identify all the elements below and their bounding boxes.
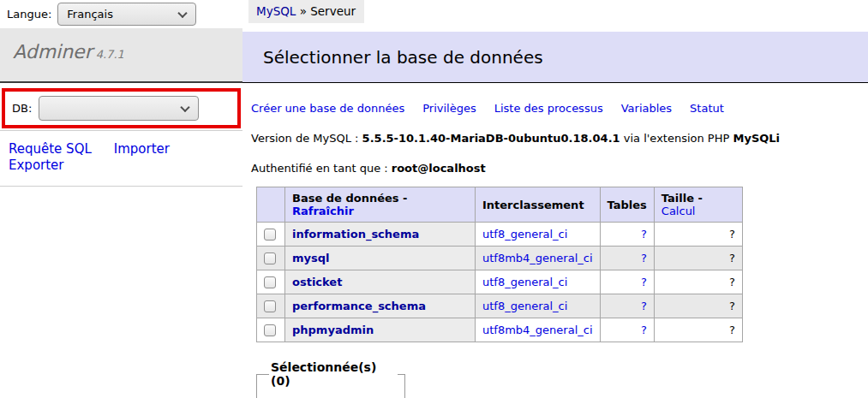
sidebar-divider	[0, 186, 242, 187]
database-name-cell: performance_schema	[285, 294, 476, 318]
collation-link[interactable]: utf8_general_ci	[482, 276, 567, 288]
db-select[interactable]	[39, 96, 199, 121]
collation-link[interactable]: utf8mb4_general_ci	[482, 324, 593, 336]
breadcrumb-current: Serveur	[310, 4, 356, 18]
collation-link[interactable]: utf8_general_ci	[482, 228, 567, 241]
page-title: Sélectionner la base de données	[263, 47, 868, 68]
tables-count-cell: ?	[600, 318, 654, 342]
tables-count-link[interactable]: ?	[641, 252, 647, 264]
mysql-version-line: Version de MySQL : 5.5.5-10.1.40-MariaDB…	[251, 132, 868, 145]
language-row: Langue: Français	[0, 0, 242, 28]
server-actions: Créer une base de donnéesPrivilègesListe…	[251, 102, 868, 115]
breadcrumb-server-link[interactable]: MySQL	[256, 4, 296, 18]
header-tables: Tables	[600, 187, 654, 223]
selected-fieldset: Sélectionnée(s) (0) Supprimer	[256, 360, 405, 398]
database-link[interactable]: information_schema	[292, 228, 419, 241]
database-row: mysql utf8mb4_general_ci ? ?	[257, 247, 743, 270]
sidebar-link-import[interactable]: Importer	[114, 141, 170, 157]
database-name-cell: information_schema	[285, 223, 476, 247]
row-checkbox-cell	[257, 294, 285, 318]
collation-cell: utf8mb4_general_ci	[476, 318, 601, 342]
database-link[interactable]: mysql	[292, 252, 330, 264]
database-link[interactable]: phpmyadmin	[292, 324, 374, 336]
tables-count-cell: ?	[600, 294, 654, 318]
db-label: DB:	[12, 102, 32, 115]
row-checkbox-cell	[257, 270, 285, 294]
sidebar-links: Requête SQLImporter Exporter	[0, 131, 242, 184]
database-link[interactable]: performance_schema	[292, 300, 426, 312]
sidebar: Langue: Français Adminer4.7.1 DB:	[0, 0, 242, 187]
language-label: Langue:	[7, 8, 51, 21]
collation-cell: utf8_general_ci	[476, 294, 601, 318]
size-cell: ?	[654, 270, 742, 294]
size-cell: ?	[654, 247, 742, 270]
adminer-logo-link[interactable]: Adminer	[13, 41, 93, 62]
collation-cell: utf8_general_ci	[476, 223, 601, 247]
database-name-cell: mysql	[285, 247, 476, 270]
row-checkbox-cell	[257, 318, 285, 342]
collation-cell: utf8mb4_general_ci	[476, 247, 601, 270]
row-checkbox-cell	[257, 247, 285, 270]
main-content: MySQL » Serveur Sélectionner la base de …	[242, 0, 868, 398]
adminer-app: Langue: Français Adminer4.7.1 DB:	[0, 0, 868, 398]
database-row: phpmyadmin utf8mb4_general_ci ? ?	[257, 318, 743, 342]
action-status[interactable]: Statut	[690, 102, 724, 115]
database-row: performance_schema utf8_general_ci ? ?	[257, 294, 743, 318]
app-logo: Adminer4.7.1	[0, 28, 242, 83]
header-checkbox-cell	[257, 187, 285, 223]
compute-size-link[interactable]: Calcul	[661, 205, 696, 217]
databases-table: Base de données - Rafraîchir Interclasse…	[256, 187, 743, 342]
refresh-link[interactable]: Rafraîchir	[292, 205, 354, 217]
language-select[interactable]: Français	[57, 3, 196, 26]
sidebar-link-sql-query[interactable]: Requête SQL	[9, 141, 92, 157]
row-checkbox-cell	[257, 223, 285, 247]
size-cell: ?	[654, 318, 742, 342]
action-privileges[interactable]: Privilèges	[422, 102, 476, 115]
tables-count-link[interactable]: ?	[641, 228, 647, 241]
tables-count-cell: ?	[600, 270, 654, 294]
action-create-database[interactable]: Créer une base de données	[251, 102, 404, 115]
table-header-row: Base de données - Rafraîchir Interclasse…	[257, 187, 743, 223]
sidebar-link-export[interactable]: Exporter	[9, 157, 64, 173]
row-checkbox[interactable]	[264, 252, 276, 264]
size-cell: ?	[654, 223, 742, 247]
tables-count-link[interactable]: ?	[641, 276, 647, 288]
tables-count-cell: ?	[600, 247, 654, 270]
size-cell: ?	[654, 294, 742, 318]
selected-legend: Sélectionnée(s) (0)	[269, 360, 398, 388]
app-version: 4.7.1	[96, 48, 124, 61]
action-variables[interactable]: Variables	[621, 102, 672, 115]
db-table-body: information_schema utf8_general_ci ? ? m…	[257, 223, 743, 342]
breadcrumb-separator: »	[300, 4, 307, 18]
mysql-version-value: 5.5.5-10.1.40-MariaDB-0ubuntu0.18.04.1	[362, 132, 620, 145]
tables-count-link[interactable]: ?	[641, 300, 647, 312]
row-checkbox[interactable]	[264, 300, 276, 312]
database-name-cell: phpmyadmin	[285, 318, 476, 342]
tables-count-cell: ?	[600, 223, 654, 247]
collation-link[interactable]: utf8_general_ci	[482, 300, 567, 312]
auth-line: Authentifié en tant que : root@localhost	[251, 162, 868, 175]
auth-user: root@localhost	[392, 162, 486, 175]
action-process-list[interactable]: Liste des processus	[494, 102, 603, 115]
database-row: osticket utf8_general_ci ? ?	[257, 270, 743, 294]
collation-cell: utf8_general_ci	[476, 270, 601, 294]
header-database: Base de données - Rafraîchir	[285, 187, 476, 223]
header-size: Taille - Calcul	[654, 187, 742, 223]
database-row: information_schema utf8_general_ci ? ?	[257, 223, 743, 247]
header-collation: Interclassement	[476, 187, 601, 223]
title-band: Sélectionner la base de données	[242, 32, 868, 83]
row-checkbox[interactable]	[264, 324, 276, 336]
tables-count-link[interactable]: ?	[641, 324, 647, 336]
database-name-cell: osticket	[285, 270, 476, 294]
breadcrumb: MySQL » Serveur	[248, 0, 364, 23]
row-checkbox[interactable]	[264, 229, 276, 241]
row-checkbox[interactable]	[264, 276, 276, 288]
collation-link[interactable]: utf8mb4_general_ci	[482, 252, 593, 264]
db-select-highlight-annotation: DB:	[2, 88, 241, 128]
database-link[interactable]: osticket	[292, 276, 342, 288]
php-extension-value: MySQLi	[733, 132, 780, 145]
